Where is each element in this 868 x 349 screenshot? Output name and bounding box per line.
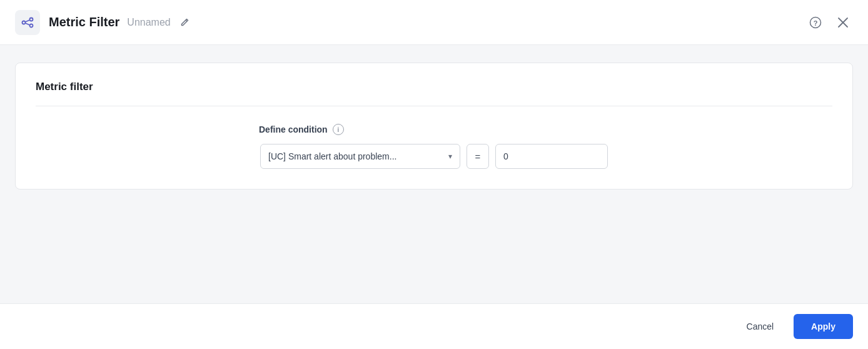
svg-line-4: [26, 23, 30, 25]
condition-section: Define condition i [UC] Smart alert abou…: [36, 124, 832, 169]
operator-badge: =: [467, 144, 489, 169]
condition-label-row: Define condition i: [259, 124, 344, 135]
svg-text:?: ?: [814, 19, 818, 26]
modal-footer: Cancel Apply: [0, 303, 868, 349]
header-icon-wrapper: [15, 10, 40, 35]
help-icon: ?: [809, 16, 822, 29]
metric-filter-modal: Metric Filter Unnamed ?: [0, 0, 868, 349]
cancel-button[interactable]: Cancel: [734, 314, 787, 339]
svg-point-2: [30, 24, 33, 27]
help-button[interactable]: ?: [805, 13, 825, 33]
close-button[interactable]: [833, 13, 853, 33]
split-icon: [21, 16, 34, 29]
header-actions: ?: [805, 13, 853, 33]
pencil-icon: [179, 18, 189, 28]
dropdown-value: [UC] Smart alert about problem...: [268, 151, 443, 161]
card-divider: [36, 106, 832, 106]
chevron-down-icon: ▾: [448, 152, 452, 161]
svg-point-0: [23, 21, 26, 24]
apply-button[interactable]: Apply: [794, 314, 853, 339]
condition-info-icon[interactable]: i: [333, 124, 344, 135]
modal-subtitle: Unnamed: [127, 17, 170, 28]
svg-point-1: [30, 18, 33, 21]
svg-line-3: [26, 20, 30, 22]
modal-header: Metric Filter Unnamed ?: [0, 0, 868, 45]
metric-filter-card: Metric filter Define condition i [UC] Sm…: [15, 63, 853, 190]
edit-name-button[interactable]: [176, 14, 193, 31]
metric-dropdown[interactable]: [UC] Smart alert about problem... ▾: [260, 144, 460, 169]
modal-body: Metric filter Define condition i [UC] Sm…: [0, 45, 868, 303]
condition-label: Define condition: [259, 124, 328, 134]
value-input[interactable]: [495, 144, 608, 169]
condition-controls: [UC] Smart alert about problem... ▾ =: [260, 144, 608, 169]
close-icon: [837, 17, 849, 28]
card-title: Metric filter: [36, 81, 832, 93]
modal-title: Metric Filter: [49, 15, 119, 29]
